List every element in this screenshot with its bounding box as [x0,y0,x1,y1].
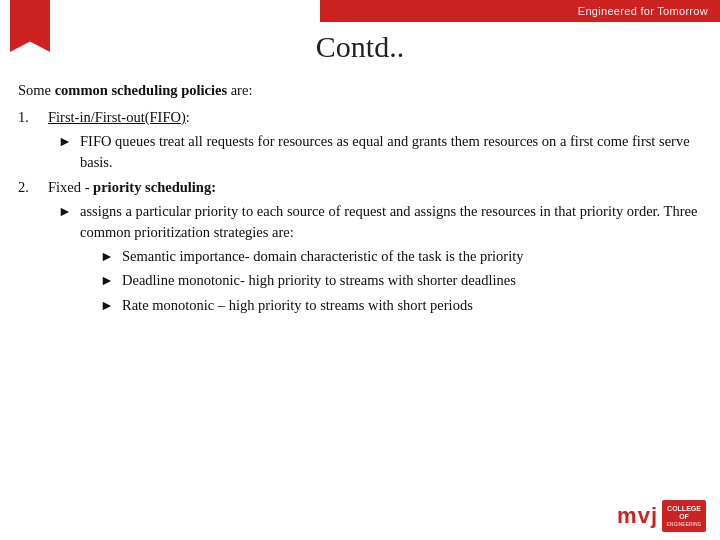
arrow-icon-2: ► [58,201,80,222]
item2-label-bold: priority scheduling: [93,179,216,195]
arrow-icon-4: ► [100,270,122,291]
logo-badge: COLLEGE OF ENGINEERING [662,500,706,532]
main-content: Some common scheduling policies are: 1. … [18,80,702,490]
logo-badge-bottom: ENGINEERING [666,522,701,528]
intro-text-bold: common scheduling policies [55,82,227,98]
list-content-1: First-in/First-out(FIFO): ► FIFO queues … [48,107,702,173]
sub-sub-text-2: Deadline monotonic- high priority to str… [122,270,702,291]
sub-sub-bullet-2: ► Deadline monotonic- high priority to s… [100,270,702,291]
logo-area: mvj COLLEGE OF ENGINEERING [617,500,706,532]
sub-sub-bullet-3: ► Rate monotonic – high priority to stre… [100,295,702,316]
list-content-2: Fixed - priority scheduling: ► assigns a… [48,177,702,316]
sub-text-2-1: assigns a particular priority to each so… [80,201,702,316]
intro-text-some: Some [18,82,55,98]
header-bar: Engineered for Tomorrow [320,0,720,22]
logo-text: mvj [617,503,658,529]
arrow-icon-5: ► [100,295,122,316]
list-item-2: 2. Fixed - priority scheduling: ► assign… [18,177,702,316]
sub-bullet-1-1: ► FIFO queues treat all requests for res… [58,131,702,173]
list-number-1: 1. [18,107,48,128]
arrow-icon-1: ► [58,131,80,152]
logo-badge-top: COLLEGE OF [662,505,706,522]
intro-line: Some common scheduling policies are: [18,80,702,101]
item2-label: Fixed - priority scheduling: [48,179,216,195]
list-item-1: 1. First-in/First-out(FIFO): ► FIFO queu… [18,107,702,173]
sub-text-1-1: FIFO queues treat all requests for resou… [80,131,702,173]
sub-sub-text-1: Semantic importance- domain characterist… [122,246,702,267]
sub-bullet-2-1: ► assigns a particular priority to each … [58,201,702,316]
brand-text: Engineered for Tomorrow [578,5,708,17]
arrow-icon-3: ► [100,246,122,267]
header-triangle [320,0,348,22]
sub-sub-bullet-1: ► Semantic importance- domain characteri… [100,246,702,267]
page-title: Contd.. [0,30,720,64]
item1-label: First-in/First-out(FIFO): [48,109,190,125]
sub-sub-text-3: Rate monotonic – high priority to stream… [122,295,702,316]
list-number-2: 2. [18,177,48,198]
intro-text-are: are: [227,82,252,98]
